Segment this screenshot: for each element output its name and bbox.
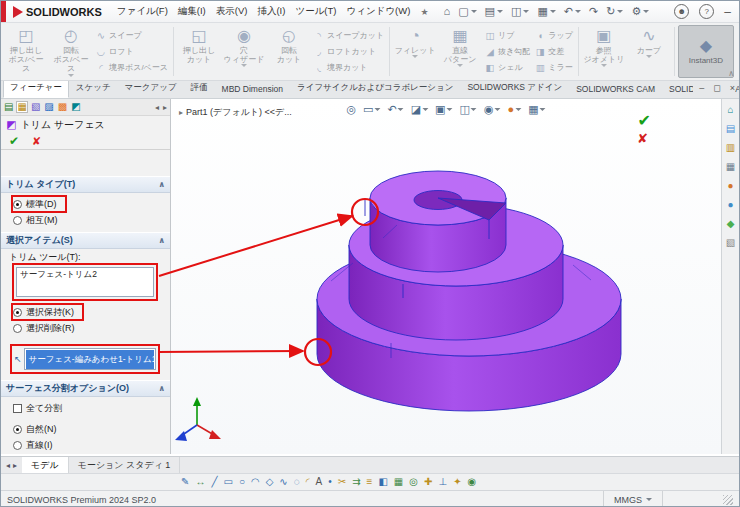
extruded-cut-button[interactable]: ◱ 押し出し カット — [177, 25, 221, 78]
resources-tab-icon[interactable]: ▤ — [726, 124, 735, 134]
pieces-to-keep-listbox[interactable]: サーフェス-編みあわせ1-トリム1 — [24, 348, 156, 370]
tab-scroll-left-icon[interactable]: ◂ — [6, 461, 10, 470]
hide-show-icon[interactable]: ◉ — [484, 104, 501, 115]
graphics-viewport[interactable]: ▸ Part1 (デフォルト) <<デ... ◎ ▭ ↶ — [171, 99, 721, 454]
rectangle-icon[interactable]: ▭ — [223, 477, 232, 487]
help-icon[interactable]: ? — [699, 4, 714, 19]
line-icon[interactable]: ╱ — [211, 477, 217, 487]
move-entities-icon[interactable]: ✚ — [424, 477, 432, 487]
convert-entities-icon[interactable]: ⇉ — [352, 477, 360, 487]
menu-item[interactable]: ウィンドウ(W) — [342, 3, 416, 20]
collapse-chevron-icon[interactable] — [159, 384, 166, 393]
rib-button[interactable]: ◫ リブ — [485, 29, 530, 43]
minimize-app-button[interactable]: – — [724, 5, 731, 19]
options-icon[interactable]: ⚙ — [631, 6, 649, 17]
command-tab[interactable]: 評価 — [184, 81, 215, 98]
linear-pattern-button[interactable]: ▦ 直線 パターン — [438, 25, 482, 78]
pin-menu-icon[interactable]: ★ — [420, 7, 428, 17]
menu-item[interactable]: 編集(I) — [173, 3, 211, 20]
point-icon[interactable]: • — [328, 477, 332, 487]
circular-pattern-icon[interactable]: ◎ — [409, 477, 418, 487]
offset-entities-icon[interactable]: ≡ — [367, 477, 373, 487]
zoom-fit-icon[interactable]: ◎ — [346, 104, 356, 115]
view-orientation-icon[interactable]: ▣ — [435, 104, 452, 115]
section-view-icon[interactable]: ◪ — [411, 104, 428, 115]
selections-group-header[interactable]: 選択アイテム(S) — [1, 232, 170, 249]
text-icon[interactable]: A — [316, 477, 323, 487]
rebuild-icon[interactable]: ↻ — [606, 6, 623, 17]
print-icon[interactable]: ▦ — [537, 6, 555, 17]
scroll-left-icon[interactable]: ◂ — [155, 103, 159, 112]
reference-geometry-button[interactable]: ▣ 参照 ジオメトリ — [582, 25, 626, 78]
radio-option[interactable]: 相互(M) — [13, 213, 66, 227]
scenes-tab-icon[interactable]: ◆ — [727, 219, 735, 229]
swept-cut-button[interactable]: ◝ スイープカット — [314, 29, 384, 43]
command-tab[interactable]: MBD Dimension — [215, 81, 290, 98]
extruded-boss-base-button[interactable]: ◰ 押し出し ボス/ベース — [4, 25, 48, 78]
curves-button[interactable]: ∿ カーブ — [627, 25, 671, 78]
polygon-icon[interactable]: ◇ — [266, 477, 274, 487]
custom-properties-tab-icon[interactable]: ▧ — [726, 238, 735, 248]
radio-option[interactable]: 直線(I) — [13, 438, 61, 452]
document-tab[interactable]: モーション スタディ 1 — [69, 457, 181, 473]
spline-icon[interactable]: ∿ — [279, 477, 287, 487]
home-tab-icon[interactable]: ⌂ — [727, 105, 733, 115]
command-tab[interactable]: マークアップ — [118, 81, 184, 98]
mirror-button[interactable]: ▥ ミラー — [535, 61, 573, 75]
display-relations-icon[interactable]: ⊥ — [438, 477, 447, 487]
display-style-icon[interactable]: ◫ — [459, 104, 476, 115]
appearances-tab-icon[interactable]: ● — [727, 200, 733, 210]
tab-scroll-right-icon[interactable]: ▸ — [13, 461, 17, 470]
command-tab[interactable]: スケッチ — [69, 81, 118, 98]
instant3d-button[interactable]: ◆ Instant3D — [678, 25, 734, 78]
collapse-chevron-icon[interactable] — [159, 236, 166, 245]
menu-item[interactable]: 挿入(I) — [252, 3, 290, 20]
restore-doc-button[interactable]: ◻ — [713, 83, 720, 93]
feature-manager-tab[interactable]: ▤ — [4, 102, 13, 112]
trim-tool-listbox[interactable]: サーフェス-トリム2 — [16, 267, 154, 297]
boundary-boss-base-button[interactable]: ◜ 境界ボス/ベース — [96, 61, 168, 75]
scene-icon[interactable]: ▦ — [528, 104, 545, 115]
units-selector[interactable]: MMGS — [603, 491, 662, 507]
intersect-button[interactable]: ◨ 交差 — [535, 45, 573, 59]
close-doc-button[interactable]: × — [730, 83, 735, 93]
split-all-checkbox[interactable]: 全て分割 — [13, 401, 70, 415]
sketch-icon[interactable]: ✎ — [181, 477, 189, 487]
open-document-icon[interactable]: ▤ — [485, 6, 503, 17]
collapse-chevron-icon[interactable] — [159, 180, 166, 189]
smart-dimension-icon[interactable]: ↔ — [195, 477, 205, 487]
document-tab[interactable]: モデル — [22, 457, 69, 473]
property-manager-tab[interactable]: ▦ — [17, 102, 26, 112]
trim-entities-icon[interactable]: ✂ — [338, 477, 346, 487]
resize-grip[interactable] — [723, 495, 733, 505]
repair-sketch-icon[interactable]: ✦ — [453, 477, 461, 487]
command-tab[interactable]: ライフサイクルおよびコラボレーション — [290, 81, 460, 98]
quick-snaps-icon[interactable]: ◉ — [468, 477, 477, 487]
boundary-cut-button[interactable]: ◟ 境界カット — [314, 61, 384, 75]
linear-pattern-icon[interactable]: ▦ — [394, 477, 403, 487]
display-manager-tab[interactable]: ▩ — [58, 102, 67, 112]
ok-button[interactable]: ✔ — [9, 135, 19, 147]
design-library-tab-icon[interactable]: ▥ — [726, 143, 735, 153]
sweep-button[interactable]: ∿ スイープ — [96, 29, 168, 43]
file-explorer-tab-icon[interactable]: ▦ — [726, 162, 735, 172]
trim-type-group-header[interactable]: トリム タイプ(T) — [1, 176, 170, 193]
radio-option[interactable]: 標準(D) — [13, 197, 65, 211]
loft-button[interactable]: ◡ ロフト — [96, 45, 168, 59]
revolved-cut-button[interactable]: ◵ 回転 カット — [267, 25, 311, 78]
edit-appearance-icon[interactable]: ● — [508, 104, 522, 115]
command-tab[interactable]: SOLIDWORKS CAM — [569, 81, 662, 98]
wrap-button[interactable]: ◖ ラップ — [535, 29, 573, 43]
confirm-ok-button[interactable]: ✔ — [638, 113, 651, 129]
undo-icon[interactable]: ↶ — [564, 6, 581, 17]
zoom-area-icon[interactable]: ▭ — [363, 104, 380, 115]
hole-wizard-button[interactable]: ◉ 穴 ウィザード — [222, 25, 266, 78]
draft-button[interactable]: ◢ 抜き勾配 — [485, 45, 530, 59]
redo-icon[interactable]: ↷ — [589, 6, 598, 17]
menu-item[interactable]: 表示(V) — [211, 3, 253, 20]
scroll-right-icon[interactable]: ▸ — [163, 103, 167, 112]
menu-item[interactable]: ファイル(F) — [112, 3, 173, 20]
ellipse-icon[interactable]: ◌ — [294, 477, 300, 487]
radio-option[interactable]: 自然(N) — [13, 422, 65, 436]
list-item[interactable]: サーフェス-トリム2 — [17, 268, 153, 282]
